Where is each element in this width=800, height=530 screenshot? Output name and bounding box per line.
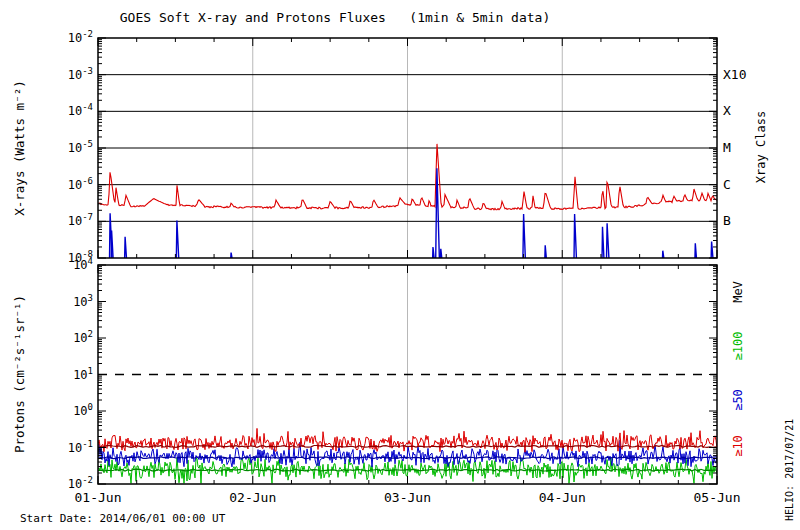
- xray-short-spike: [607, 223, 610, 260]
- proton-ytick-label: 10-2: [68, 475, 93, 491]
- start-date-label: Start Date: 2014/06/01 00:00 UT: [20, 512, 225, 525]
- xtick-label: 02-Jun: [229, 490, 276, 505]
- xray-ytick-label: 10-2: [68, 29, 93, 45]
- xray-ytick-label: 10-7: [68, 212, 93, 228]
- xray-class-label: X10: [723, 67, 746, 82]
- flux-plot-canvas: 10-210-310-410-510-610-710-8104103102101…: [0, 0, 800, 530]
- day-gridlines: [253, 38, 563, 484]
- proton-ylabel: Protons (cm⁻²s⁻¹sr⁻¹): [12, 295, 27, 453]
- proton-ytick-label: 10-1: [68, 439, 93, 455]
- xray-short-spike: [602, 227, 604, 260]
- xray-class-label: C: [723, 177, 731, 192]
- xray-ytick-label: 10-5: [68, 139, 93, 155]
- xray-class-label: X: [723, 103, 731, 118]
- xray-ytick-label: 10-3: [68, 66, 93, 82]
- xtick-label: 04-Jun: [539, 490, 586, 505]
- proton-ge10-label: ≥10: [731, 435, 745, 457]
- goes-flux-figure: GOES Soft X-ray and Protons Fluxes (1min…: [0, 0, 800, 530]
- xray-short-spike: [176, 221, 179, 260]
- xray-class-label: M: [723, 140, 731, 155]
- proton-ytick-label: 103: [73, 293, 93, 309]
- helio-watermark: HELIO: 2017/07/21: [784, 321, 795, 521]
- proton-mev-title: MeV: [731, 281, 745, 303]
- xray-short-spike: [436, 168, 440, 260]
- xtick-label: 05-Jun: [694, 490, 741, 505]
- proton-ytick-label: 101: [73, 366, 93, 382]
- xray-short-spike: [231, 253, 233, 261]
- proton-ytick-label: 104: [73, 256, 93, 272]
- xtick-label: 03-Jun: [384, 490, 431, 505]
- xray-short-spike: [125, 237, 127, 260]
- proton-ytick-label: 100: [73, 402, 93, 418]
- proton-ge100-label: ≥100: [731, 332, 745, 361]
- proton-ge50-label: ≥50: [731, 389, 745, 411]
- xray-ytick-label: 10-6: [68, 176, 93, 192]
- xray-ylabel: X-rays (Watts m⁻²): [12, 80, 27, 215]
- xray-class-title: Xray Class: [754, 111, 768, 183]
- xtick-label: 01-Jun: [75, 490, 122, 505]
- xray-class-label: B: [723, 213, 731, 228]
- xray-ytick-label: 10-4: [68, 102, 93, 118]
- proton-ytick-label: 102: [73, 329, 93, 345]
- xray-short-spike: [711, 242, 713, 261]
